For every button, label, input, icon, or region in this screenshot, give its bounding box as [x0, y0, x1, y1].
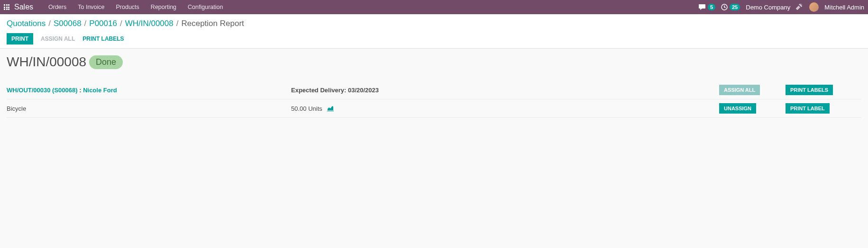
line-unassign-cell: UNASSIGN: [719, 103, 786, 114]
assign-all-button: ASSIGN ALL: [41, 35, 75, 42]
status-badge: Done: [89, 55, 123, 69]
nav-to-invoice[interactable]: To Invoice: [72, 1, 110, 13]
navbar-right: 5 25 Demo Company Mitchell Admin: [698, 2, 864, 12]
expected-label: Expected Delivery:: [291, 87, 348, 94]
user-avatar[interactable]: [809, 2, 819, 12]
order-print-labels-button[interactable]: PRINT LABELS: [786, 85, 833, 95]
order-assign-all-button: ASSIGN ALL: [719, 85, 760, 95]
forecast-icon[interactable]: [327, 106, 334, 111]
order-assign-cell: ASSIGN ALL: [719, 85, 786, 95]
order-ref-cell: WH/OUT/00030 (S00068) : Nicole Ford: [7, 87, 291, 94]
breadcrumb-sep: /: [120, 19, 122, 28]
line-print-cell: PRINT LABEL: [786, 103, 861, 114]
breadcrumb-whin00008[interactable]: WH/IN/00008: [125, 19, 174, 28]
chat-count: 5: [708, 4, 715, 10]
clock-icon: [721, 4, 728, 10]
order-row: WH/OUT/00030 (S00068) : Nicole Ford Expe…: [7, 81, 861, 99]
breadcrumb-current: Reception Report: [181, 19, 244, 28]
nav-configuration[interactable]: Configuration: [182, 1, 228, 13]
breadcrumb-sep: /: [176, 19, 179, 28]
company-switcher[interactable]: Demo Company: [746, 4, 790, 11]
breadcrumb-s00068[interactable]: S00068: [54, 19, 82, 28]
debug-icon[interactable]: [796, 3, 804, 11]
line-qty-cell: 50.00 Units: [291, 105, 719, 112]
line-row: Bicycle 50.00 Units UNASSIGN PRINT LABEL: [7, 99, 861, 118]
expected-date: 03/20/2023: [348, 87, 379, 94]
print-button[interactable]: PRINT: [7, 33, 33, 44]
nav-reporting[interactable]: Reporting: [145, 1, 182, 13]
nav-products[interactable]: Products: [110, 1, 145, 13]
user-name[interactable]: Mitchell Admin: [824, 4, 864, 11]
line-product: Bicycle: [7, 105, 291, 112]
chat-icon: [698, 4, 706, 10]
content-area: WH/IN/00008 Done WH/OUT/00030 (S00068) :…: [0, 49, 868, 124]
page-title: WH/IN/00008: [7, 54, 86, 70]
control-panel: Quotations / S00068 / P00016 / WH/IN/000…: [0, 14, 868, 49]
nav-orders[interactable]: Orders: [43, 1, 72, 13]
customer-link[interactable]: Nicole Ford: [83, 87, 117, 94]
breadcrumb-quotations[interactable]: Quotations: [7, 19, 46, 28]
line-qty: 50.00 Units: [291, 105, 322, 112]
print-labels-button[interactable]: PRINT LABELS: [82, 35, 124, 42]
expected-delivery-cell: Expected Delivery: 03/20/2023: [291, 87, 719, 94]
chat-button[interactable]: 5: [698, 4, 715, 10]
breadcrumb-sep: /: [84, 19, 87, 28]
action-row: PRINT ASSIGN ALL PRINT LABELS: [7, 32, 861, 48]
order-ref-link[interactable]: WH/OUT/00030 (S00068): [7, 87, 78, 94]
activities-count: 25: [730, 4, 740, 10]
order-print-cell: PRINT LABELS: [786, 85, 861, 95]
title-row: WH/IN/00008 Done: [7, 54, 861, 70]
apps-icon[interactable]: [4, 4, 9, 10]
top-navbar: Sales Orders To Invoice Products Reporti…: [0, 0, 868, 14]
breadcrumb-p00016[interactable]: P00016: [89, 19, 117, 28]
order-sep: :: [78, 87, 83, 94]
app-brand[interactable]: Sales: [14, 3, 33, 11]
print-label-button[interactable]: PRINT LABEL: [786, 103, 830, 114]
activities-button[interactable]: 25: [721, 4, 740, 10]
breadcrumb-sep: /: [48, 19, 51, 28]
breadcrumb: Quotations / S00068 / P00016 / WH/IN/000…: [7, 19, 861, 28]
navbar-left: Sales Orders To Invoice Products Reporti…: [4, 1, 228, 13]
unassign-button[interactable]: UNASSIGN: [719, 103, 756, 114]
